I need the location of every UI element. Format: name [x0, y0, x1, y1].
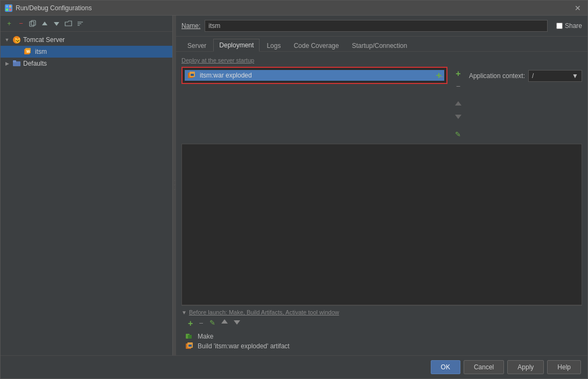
tabs-bar: Server Deployment Logs Code Coverage Sta…: [176, 37, 587, 52]
tab-code-coverage[interactable]: Code Coverage: [288, 39, 345, 52]
move-down-button[interactable]: [51, 18, 62, 29]
itsm-label: itsm: [35, 48, 47, 55]
share-row: Share: [556, 22, 582, 30]
sort-button[interactable]: [75, 18, 86, 29]
launch-edit-btn[interactable]: ✎: [207, 319, 218, 328]
tree-defaults-item[interactable]: ▶ Defaults: [1, 58, 172, 69]
deploy-item-label: itsm:war exploded: [200, 72, 441, 79]
move-up-button[interactable]: [39, 18, 50, 29]
name-row: Name: Share: [176, 16, 587, 37]
name-label: Name:: [181, 22, 200, 30]
svg-rect-5: [31, 20, 36, 25]
deploy-side-buttons: + − ✎: [452, 67, 465, 138]
launch-item-make-label: Make: [198, 333, 213, 340]
share-checkbox[interactable]: [556, 23, 563, 29]
tab-server[interactable]: Server: [181, 39, 212, 52]
tree-expand-arrow: ▼: [4, 37, 10, 43]
remove-artifact-button[interactable]: −: [439, 72, 443, 81]
tomcat-icon: 🐱: [12, 36, 21, 44]
svg-marker-6: [42, 22, 47, 25]
ok-button[interactable]: OK: [431, 360, 460, 374]
svg-text:W: W: [26, 50, 30, 53]
itsm-expand-spacer: [16, 48, 22, 55]
itsm-icon: W: [24, 47, 33, 56]
copy-config-button[interactable]: [27, 18, 38, 29]
deploy-area: itsm:war exploded + −: [181, 67, 447, 84]
left-panel: + −: [1, 16, 173, 355]
launch-item-build-artifact: Build 'itsm:war exploded' artifact: [181, 341, 582, 351]
svg-marker-24: [234, 320, 240, 325]
before-launch-toggle[interactable]: ▼: [181, 310, 187, 315]
svg-rect-3: [9, 9, 11, 11]
svg-rect-26: [188, 335, 192, 339]
before-launch-header: ▼ Before launch: Make, Build Artifacts, …: [181, 309, 582, 315]
title-bar-left: Run/Debug Configurations: [5, 4, 92, 12]
svg-text:🐱: 🐱: [15, 37, 21, 44]
svg-marker-22: [455, 115, 461, 119]
tree-tomcat-group[interactable]: ▼ 🐱 Tomcat Server: [1, 34, 172, 46]
svg-rect-29: [188, 345, 192, 347]
app-context-container: Application context: / ▼: [469, 67, 582, 138]
launch-down-btn[interactable]: [232, 319, 242, 328]
empty-deploy-area: [181, 144, 582, 305]
add-config-button[interactable]: +: [4, 18, 15, 29]
deploy-area-container: itsm:war exploded + −: [181, 67, 447, 138]
svg-rect-4: [30, 22, 34, 26]
deploy-edit-btn[interactable]: ✎: [452, 130, 465, 138]
remove-config-button[interactable]: −: [16, 18, 26, 29]
deploy-area-row: itsm:war exploded + − + −: [181, 67, 582, 138]
svg-rect-20: [191, 74, 194, 76]
deploy-down-btn[interactable]: [452, 113, 465, 122]
deployment-tab-content: Deploy at the server startup: [176, 52, 587, 355]
defaults-label: Defaults: [23, 60, 47, 67]
deploy-up-btn[interactable]: [452, 100, 465, 109]
dialog-title: Run/Debug Configurations: [16, 4, 92, 12]
build-artifact-icon: [186, 342, 194, 350]
launch-add-btn[interactable]: +: [186, 319, 195, 328]
svg-rect-17: [13, 60, 16, 62]
launch-up-btn[interactable]: [219, 319, 230, 328]
defaults-icon: [12, 59, 21, 68]
launch-item-build-label: Build 'itsm:war exploded' artifact: [198, 342, 290, 350]
app-context-select[interactable]: / ▼: [528, 70, 582, 82]
deploy-section-label: Deploy at the server startup: [181, 57, 582, 64]
app-context-row: Application context: / ▼: [469, 70, 582, 82]
tab-deployment[interactable]: Deployment: [213, 39, 260, 52]
before-launch-toolbar: + − ✎: [181, 319, 582, 328]
svg-rect-0: [6, 5, 8, 8]
before-launch-label: Before launch: Make, Build Artifacts, Ac…: [189, 309, 339, 315]
deploy-add-side-btn[interactable]: +: [452, 69, 465, 79]
footer: OK Cancel Apply Help: [1, 355, 587, 378]
make-icon: [186, 333, 194, 340]
tree-itsm-item[interactable]: W itsm: [1, 46, 172, 58]
deploy-item-row[interactable]: itsm:war exploded: [185, 70, 444, 81]
apply-button[interactable]: Apply: [507, 360, 544, 374]
share-label: Share: [565, 22, 582, 30]
defaults-expand-arrow: ▶: [4, 60, 10, 67]
artifact-icon: [188, 72, 197, 79]
svg-rect-1: [9, 5, 11, 8]
before-launch-section: ▼ Before launch: Make, Build Artifacts, …: [181, 305, 582, 351]
launch-remove-btn[interactable]: −: [197, 319, 205, 328]
tab-logs[interactable]: Logs: [261, 39, 286, 52]
name-input[interactable]: [205, 20, 548, 32]
svg-rect-2: [6, 9, 8, 11]
help-button[interactable]: Help: [547, 360, 581, 374]
configurations-tree: ▼ 🐱 Tomcat Server: [1, 32, 172, 355]
tab-startup-connection[interactable]: Startup/Connection: [346, 39, 413, 52]
new-folder-button[interactable]: [63, 18, 74, 29]
launch-item-make: Make: [181, 332, 582, 341]
close-button[interactable]: ✕: [572, 4, 583, 12]
title-bar: Run/Debug Configurations ✕: [1, 1, 587, 16]
app-context-value: /: [532, 72, 534, 80]
deploy-remove-side-btn[interactable]: −: [452, 82, 465, 90]
app-context-dropdown-icon: ▼: [572, 72, 578, 80]
svg-marker-7: [54, 22, 59, 26]
left-toolbar: + −: [1, 16, 172, 32]
tomcat-server-label: Tomcat Server: [23, 36, 65, 44]
cancel-button[interactable]: Cancel: [464, 360, 504, 374]
svg-marker-21: [455, 101, 461, 106]
main-content: + −: [1, 16, 587, 355]
right-panel: Name: Share Server Deployment Logs: [176, 16, 587, 355]
dialog-icon: [5, 4, 12, 12]
